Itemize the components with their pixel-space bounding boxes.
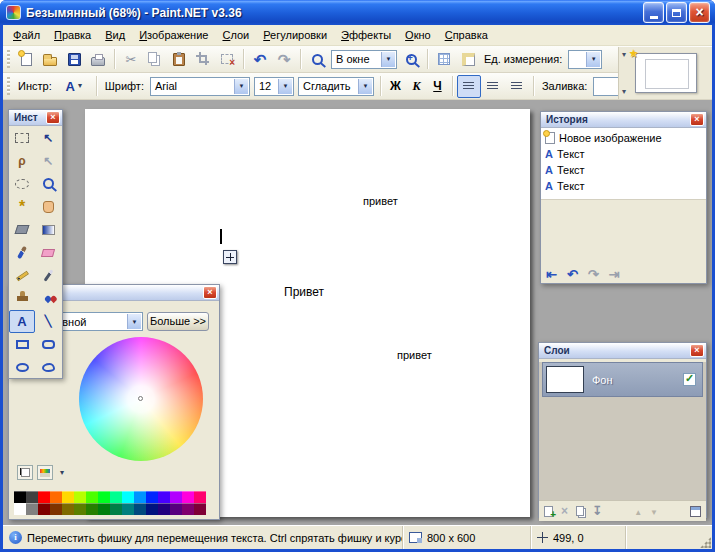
freeform-shape-tool-button[interactable] [35,356,61,379]
menu-item-5[interactable]: Регулировки [256,25,334,45]
rulers-toggle-button[interactable] [456,48,480,71]
open-folder-button[interactable] [38,48,62,71]
zoom-tool-button[interactable] [35,172,61,195]
paintbrush-tool-button[interactable] [9,241,35,264]
palette-swatch[interactable] [26,503,38,515]
palette-swatch[interactable] [110,491,122,503]
palette-swatch[interactable] [86,503,98,515]
paste-button[interactable] [167,48,191,71]
rectangle-tool-button[interactable] [9,333,35,356]
menu-item-1[interactable]: Правка [47,25,98,45]
align-right-button[interactable] [505,75,529,98]
text-tool-button[interactable] [9,310,35,333]
recolor-tool-button[interactable] [35,287,61,310]
rounded-rectangle-tool-button[interactable] [35,333,61,356]
layer-row[interactable]: Фон [542,362,703,397]
history-window-titlebar[interactable]: История [541,112,706,128]
magic-wand-tool-button[interactable] [9,195,35,218]
color-wheel[interactable] [79,337,203,461]
align-center-button[interactable] [481,75,505,98]
move-selected-pixels-tool-button[interactable] [35,126,61,149]
menu-item-4[interactable]: Слои [215,25,256,45]
chevron-down-icon[interactable]: ▼ [234,79,248,94]
history-fast-forward-icon[interactable]: ⇥ [609,268,620,281]
history-undo-icon[interactable]: ↶ [567,268,578,281]
grid-toggle-button[interactable] [432,48,456,71]
zoom-out-magnifier-button[interactable] [305,48,329,71]
close-icon[interactable] [203,286,217,299]
history-item[interactable]: Текст [541,162,706,178]
color-picker-tool-button[interactable] [35,264,61,287]
palette-swatch[interactable] [50,491,62,503]
layers-window-titlebar[interactable]: Слои [539,343,706,359]
deselect-button[interactable] [215,48,239,71]
save-disk-button[interactable] [62,48,86,71]
close-icon[interactable] [690,113,704,126]
chevron-down-icon[interactable]: ▼ [278,79,292,94]
crop-button[interactable] [191,48,215,71]
layer-properties-icon[interactable] [690,506,701,517]
palette-swatch[interactable] [98,491,110,503]
bold-button[interactable]: Ж [385,75,406,98]
undo-arrow-button[interactable] [248,48,272,71]
paint-bucket-tool-button[interactable] [9,218,35,241]
layer-visibility-checkbox[interactable] [683,373,696,386]
zoom-mode-combo[interactable]: В окне▼ [331,50,397,69]
palette-swatch[interactable] [86,491,98,503]
lasso-select-tool-button[interactable] [9,149,35,172]
palette-swatch[interactable] [38,503,50,515]
chevron-down-icon[interactable]: ▼ [381,52,395,67]
maximize-button[interactable] [666,2,687,23]
pencil-tool-button[interactable] [9,264,35,287]
palette-swatch[interactable] [14,503,26,515]
pan-tool-button[interactable] [35,195,61,218]
history-item[interactable]: Текст [541,146,706,162]
toolbar-overflow-icon[interactable]: ▾ [622,50,626,59]
font-family-combo[interactable]: Arial ▼ [150,77,250,96]
palette-swatch[interactable] [194,491,206,503]
chevron-down-icon[interactable]: ▼ [358,79,372,94]
palette-swatch[interactable] [38,491,50,503]
underline-button[interactable]: Ч [427,75,448,98]
palette-swatch[interactable] [134,491,146,503]
history-item[interactable]: Новое изображение [541,130,706,146]
merge-layer-down-icon[interactable] [592,505,602,517]
history-rewind-icon[interactable]: ⇤ [546,268,557,281]
align-left-button[interactable] [457,75,481,98]
new-document-button[interactable] [14,48,38,71]
copy-button[interactable] [143,48,167,71]
palette-swatch[interactable] [26,491,38,503]
move-layer-up-icon[interactable] [634,506,642,517]
palette-swatch[interactable] [182,503,194,515]
close-icon[interactable] [46,111,60,124]
palette-swatch[interactable] [74,503,86,515]
zoom-in-magnifier-button[interactable] [399,48,423,71]
smoothing-combo[interactable]: Сгладить ▼ [298,77,374,96]
chevron-down-icon[interactable]: ▼ [586,52,600,67]
current-tool-button[interactable]: ▾ [56,75,92,98]
move-selection-tool-button[interactable] [35,149,61,172]
palette-swatch[interactable] [158,503,170,515]
menu-item-2[interactable]: Вид [98,25,132,45]
image-thumbnail[interactable]: ★ [635,53,697,93]
rectangle-select-tool-button[interactable] [9,126,35,149]
palette-swatch[interactable] [14,491,26,503]
close-icon[interactable] [690,344,704,357]
menu-item-3[interactable]: Изображение [132,25,215,45]
minimize-button[interactable] [643,2,664,23]
palette-swatch[interactable] [50,503,62,515]
palette-swatch[interactable] [158,491,170,503]
window-titlebar[interactable]: Безымянный (68%) - Paint.NET v3.36 [0,0,715,25]
text-move-handle[interactable] [223,250,237,264]
duplicate-layer-icon[interactable] [576,506,584,516]
palette-swatch[interactable] [146,491,158,503]
clone-stamp-tool-button[interactable] [9,287,35,310]
palette-swatch[interactable] [146,503,158,515]
palette-swatch[interactable] [98,503,110,515]
add-layer-icon[interactable] [544,506,553,517]
palette-swatch[interactable] [62,491,74,503]
menu-item-6[interactable]: Эффекты [334,25,398,45]
italic-button[interactable]: К [406,75,427,98]
delete-layer-icon[interactable] [561,505,568,517]
palette-swatch[interactable] [74,491,86,503]
